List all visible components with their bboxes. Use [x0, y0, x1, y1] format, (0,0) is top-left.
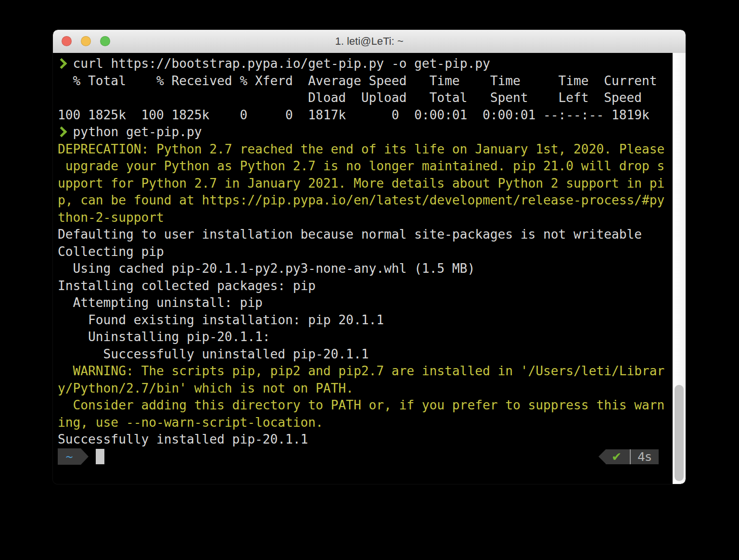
prompt-chevron-icon: [58, 124, 73, 141]
scrollbar-thumb[interactable]: [675, 385, 684, 481]
terminal-line: upgrade your Python as Python 2.7 is no …: [58, 158, 673, 175]
close-button[interactable]: [62, 36, 72, 46]
shell-prompt-row: ~ ✔ 4s: [58, 448, 673, 466]
terminal-line: % Total % Received % Xferd Average Speed…: [58, 73, 673, 90]
powerline-arrow-left-icon: [599, 449, 606, 464]
command-text: python get-pip.py: [73, 125, 202, 139]
terminal-line: DEPRECATION: Python 2.7 reached the end …: [58, 141, 673, 158]
window-title: 1. leti@LeTi: ~: [53, 30, 686, 53]
scrollbar-track[interactable]: [673, 53, 686, 484]
terminal-line: Successfully installed pip-20.1.1: [58, 431, 673, 448]
terminal-line: ing, use --no-warn-script-location.: [58, 414, 673, 432]
terminal-line: thon-2-support: [58, 209, 673, 227]
prompt-chevron-icon: [58, 55, 73, 73]
command-duration: 4s: [631, 448, 659, 466]
terminal-line: upport for Python 2.7 in January 2021. M…: [58, 175, 673, 192]
terminal-line: Defaulting to user installation because …: [58, 226, 673, 243]
zoom-button[interactable]: [100, 36, 110, 46]
terminal-line: python get-pip.py: [58, 124, 673, 141]
traffic-lights: [62, 36, 110, 46]
terminal-screen[interactable]: curl https://bootstrap.pypa.io/get-pip.p…: [53, 53, 673, 484]
status-segment: ✔ 4s: [606, 449, 659, 464]
terminal-line: 100 1825k 100 1825k 0 0 1817k 0 0:00:01 …: [58, 107, 673, 124]
terminal-window: 1. leti@LeTi: ~ curl https://bootstrap.p…: [53, 30, 686, 484]
terminal-line: curl https://bootstrap.pypa.io/get-pip.p…: [58, 55, 673, 73]
terminal-line: Installing collected packages: pip: [58, 278, 673, 295]
current-directory: ~: [65, 448, 73, 466]
terminal-line: Attempting uninstall: pip: [58, 294, 673, 312]
terminal-line: y/Python/2.7/bin' which is not on PATH.: [58, 380, 673, 397]
powerline-arrow-right-icon: [81, 448, 89, 465]
command-text: curl https://bootstrap.pypa.io/get-pip.p…: [73, 56, 490, 71]
terminal-line: Collecting pip: [58, 243, 673, 261]
title-bar[interactable]: 1. leti@LeTi: ~: [53, 30, 686, 53]
prompt-path-segment: ~: [58, 448, 81, 465]
terminal-line: Dload Upload Total Spent Left Speed: [58, 89, 673, 107]
terminal-line: p, can be found at https://pip.pypa.io/e…: [58, 192, 673, 209]
desktop: 1. leti@LeTi: ~ curl https://bootstrap.p…: [0, 0, 739, 560]
terminal-line: Found existing installation: pip 20.1.1: [58, 312, 673, 329]
minimize-button[interactable]: [81, 36, 91, 46]
success-check-icon: ✔: [606, 451, 630, 463]
terminal-line: Successfully uninstalled pip-20.1.1: [58, 346, 673, 363]
terminal-line: Consider adding this directory to PATH o…: [58, 397, 673, 414]
terminal-line: Uninstalling pip-20.1.1:: [58, 329, 673, 346]
terminal-cursor: [96, 449, 104, 464]
terminal-line: Using cached pip-20.1.1-py2.py3-none-any…: [58, 260, 673, 278]
terminal-line: WARNING: The scripts pip, pip2 and pip2.…: [58, 363, 673, 380]
